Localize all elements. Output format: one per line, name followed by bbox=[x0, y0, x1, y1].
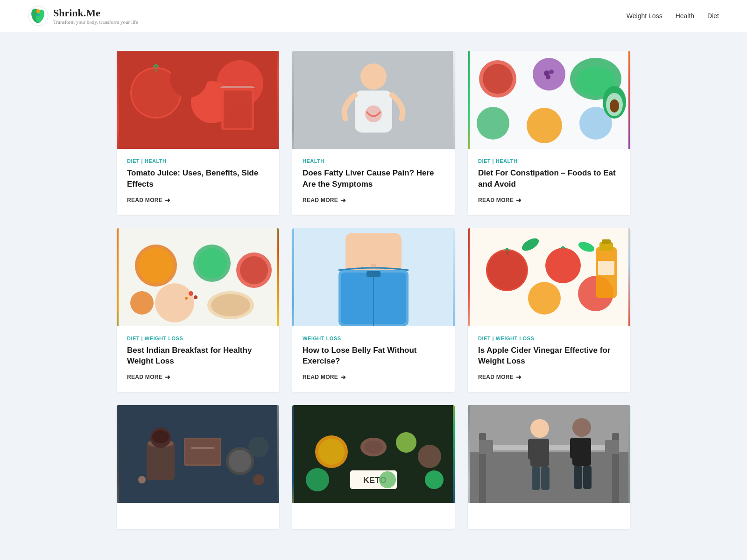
svg-rect-100 bbox=[528, 439, 535, 460]
svg-rect-17 bbox=[376, 133, 388, 147]
card-indian-breakfast: DIET | WEIGHT LOSS Best Indian Breakfast… bbox=[117, 228, 279, 392]
card-belly-fat: WEIGHT LOSS How to Lose Belly Fat Withou… bbox=[292, 228, 455, 392]
svg-point-28 bbox=[527, 108, 562, 143]
svg-rect-103 bbox=[541, 467, 550, 490]
nav-weight-loss[interactable]: Weight Loss bbox=[627, 12, 662, 20]
card-body-belly: WEIGHT LOSS How to Lose Belly Fat Withou… bbox=[292, 326, 455, 392]
card-gym bbox=[468, 405, 630, 529]
card-image-constipation bbox=[468, 51, 630, 149]
svg-rect-96 bbox=[479, 440, 493, 454]
svg-rect-73 bbox=[191, 447, 214, 449]
card-title-apple-cider: Is Apple Cider Vinegar Effective for Wei… bbox=[478, 345, 620, 367]
card-keto: KETO bbox=[292, 405, 455, 529]
logo-text-area: Shrink.Me Transform your body, transform… bbox=[53, 7, 138, 25]
logo-icon bbox=[28, 6, 49, 26]
svg-point-58 bbox=[528, 282, 561, 315]
site-header: Shrink.Me Transform your body, transform… bbox=[0, 0, 747, 32]
card-image-keto: KETO bbox=[292, 405, 455, 503]
svg-rect-11 bbox=[224, 91, 252, 128]
card-category-tomato: DIET | HEALTH bbox=[127, 158, 269, 164]
card-fatty-liver: HEALTH Does Fatty Liver Cause Pain? Here… bbox=[292, 51, 455, 215]
svg-rect-109 bbox=[583, 466, 592, 489]
nav-diet[interactable]: Diet bbox=[707, 12, 719, 20]
card-image-fatty-liver bbox=[292, 51, 455, 149]
svg-rect-102 bbox=[532, 467, 540, 490]
card-apple-cider: DIET | WEIGHT LOSS Is Apple Cider Vinega… bbox=[468, 228, 630, 392]
svg-point-75 bbox=[229, 450, 251, 472]
svg-point-46 bbox=[185, 297, 188, 300]
svg-point-77 bbox=[138, 476, 146, 483]
card-category-apple-cider: DIET | WEIGHT LOSS bbox=[478, 336, 620, 341]
svg-rect-16 bbox=[359, 133, 371, 147]
svg-point-13 bbox=[360, 63, 387, 90]
svg-point-20 bbox=[483, 64, 513, 94]
arrow-icon: ➜ bbox=[165, 196, 170, 204]
svg-rect-106 bbox=[570, 438, 577, 459]
card-title-belly: How to Lose Belly Fat Without Exercise? bbox=[303, 345, 444, 367]
svg-point-78 bbox=[253, 474, 264, 485]
svg-rect-72 bbox=[185, 439, 220, 464]
card-body-tomato: DIET | HEALTH Tomato Juice: Uses, Benefi… bbox=[117, 149, 279, 215]
card-image-tomato bbox=[117, 51, 279, 149]
card-image-dark bbox=[117, 405, 279, 503]
svg-point-90 bbox=[379, 471, 396, 488]
svg-point-39 bbox=[240, 256, 268, 284]
svg-point-40 bbox=[155, 283, 194, 322]
svg-point-56 bbox=[487, 251, 527, 290]
svg-point-104 bbox=[572, 418, 591, 437]
card-constipation: DIET | HEALTH Diet For Constipation – Fo… bbox=[468, 51, 630, 215]
article-grid-row3: KETO bbox=[117, 405, 630, 529]
card-category-fatty-liver: HEALTH bbox=[303, 158, 444, 164]
arrow-icon-5: ➜ bbox=[340, 373, 346, 381]
svg-point-81 bbox=[318, 439, 345, 465]
svg-point-57 bbox=[545, 248, 581, 283]
svg-point-8 bbox=[170, 60, 207, 98]
svg-point-44 bbox=[189, 291, 193, 296]
svg-point-84 bbox=[396, 432, 416, 453]
svg-point-51 bbox=[371, 264, 376, 267]
svg-point-98 bbox=[530, 419, 549, 438]
read-more-tomato[interactable]: READ MORE ➜ bbox=[127, 196, 170, 204]
svg-point-15 bbox=[365, 105, 382, 122]
article-grid-row2: DIET | WEIGHT LOSS Best Indian Breakfast… bbox=[117, 228, 630, 392]
card-body-keto bbox=[292, 503, 455, 529]
card-body-fatty-liver: HEALTH Does Fatty Liver Cause Pain? Here… bbox=[292, 149, 455, 215]
svg-point-70 bbox=[152, 430, 169, 443]
card-dark-food bbox=[117, 405, 279, 529]
svg-rect-62 bbox=[602, 239, 611, 244]
read-more-belly[interactable]: READ MORE ➜ bbox=[303, 373, 346, 381]
svg-point-43 bbox=[130, 291, 154, 315]
card-body-constipation: DIET | HEALTH Diet For Constipation – Fo… bbox=[468, 149, 630, 215]
svg-point-83 bbox=[364, 441, 383, 454]
card-title-constipation: Diet For Constipation – Foods to Eat and… bbox=[478, 168, 620, 190]
card-title-indian: Best Indian Breakfast for Healthy Weight… bbox=[127, 345, 269, 367]
svg-point-27 bbox=[477, 107, 509, 140]
card-title-fatty-liver: Does Fatty Liver Cause Pain? Here Are th… bbox=[303, 168, 444, 190]
read-more-apple-cider[interactable]: READ MORE ➜ bbox=[478, 373, 521, 381]
card-body-gym bbox=[468, 503, 630, 529]
logo[interactable]: Shrink.Me Transform your body, transform… bbox=[28, 6, 138, 26]
card-category-indian: DIET | WEIGHT LOSS bbox=[127, 336, 269, 341]
read-more-constipation[interactable]: READ MORE ➜ bbox=[478, 196, 521, 204]
arrow-icon-6: ➜ bbox=[516, 373, 521, 381]
read-more-fatty-liver[interactable]: READ MORE ➜ bbox=[303, 196, 346, 204]
card-category-belly: WEIGHT LOSS bbox=[303, 336, 444, 341]
arrow-icon-2: ➜ bbox=[340, 196, 346, 204]
svg-point-45 bbox=[194, 295, 197, 299]
read-more-indian[interactable]: READ MORE ➜ bbox=[127, 373, 170, 381]
svg-point-3 bbox=[36, 9, 40, 13]
card-title-tomato: Tomato Juice: Uses, Benefits, Side Effec… bbox=[127, 168, 269, 190]
svg-point-32 bbox=[610, 99, 619, 112]
svg-point-37 bbox=[197, 248, 227, 278]
svg-rect-108 bbox=[574, 466, 582, 489]
nav-health[interactable]: Health bbox=[676, 12, 694, 20]
svg-point-42 bbox=[211, 294, 250, 316]
card-category-constipation: DIET | HEALTH bbox=[478, 158, 620, 164]
card-body-apple-cider: DIET | WEIGHT LOSS Is Apple Cider Vinega… bbox=[468, 326, 630, 392]
svg-point-35 bbox=[138, 248, 174, 283]
card-image-apple-cider bbox=[468, 228, 630, 326]
svg-point-76 bbox=[248, 437, 269, 457]
svg-point-88 bbox=[306, 468, 329, 491]
card-body-dark bbox=[117, 503, 279, 529]
main-nav: Weight Loss Health Diet bbox=[627, 12, 719, 20]
